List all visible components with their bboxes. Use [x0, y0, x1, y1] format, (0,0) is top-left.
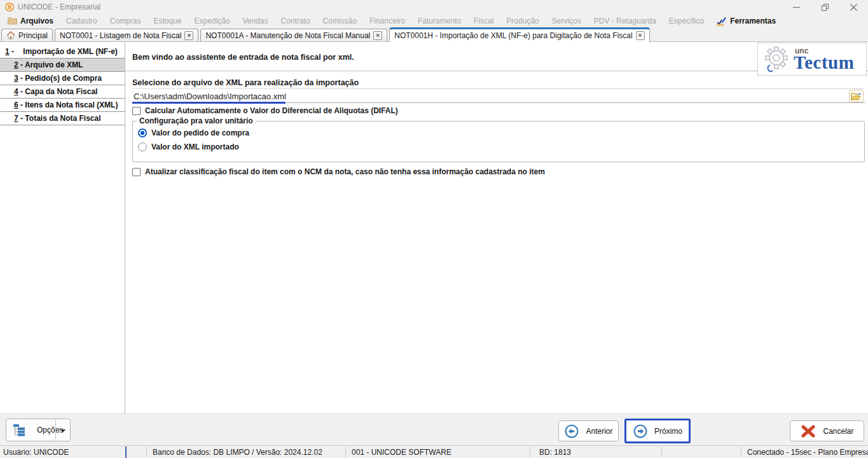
chevron-down-icon[interactable] [60, 429, 65, 433]
radio-row-purchase-order[interactable]: Valor do pedido de compra [138, 128, 249, 137]
status-database: Banco de Dados: DB LIMPO / Versão: 2024.… [153, 448, 340, 457]
tab-label: NOT0001A - Manutenção de Nota Fiscal Man… [205, 31, 370, 40]
arrow-right-circle-icon [633, 424, 648, 439]
radio-row-imported-xml[interactable]: Valor do XML importado [138, 142, 239, 151]
next-label: Próximo [654, 427, 682, 436]
ncm-checkbox-row[interactable]: Atualizar classificação fiscal do item c… [132, 167, 545, 176]
tab-close-icon[interactable]: ✕ [636, 31, 645, 40]
status-divider [345, 447, 346, 458]
gear-icon [762, 45, 791, 74]
wizard-step-1[interactable]: 1 - Importação de XML (NF-e) [0, 45, 125, 59]
status-divider [146, 447, 147, 458]
options-label: Opções [37, 426, 63, 434]
menu-label: Compras [110, 17, 141, 25]
menu-label: Cadastro [66, 17, 97, 25]
radio-imported-xml[interactable] [138, 142, 147, 151]
menu-label: Contrato [281, 17, 310, 25]
menu-contrato[interactable]: Contrato [275, 14, 317, 28]
menu-label: Estoque [153, 17, 181, 25]
status-connection: Conectado - 15sec - Plano Empresa [747, 448, 868, 457]
menu-comissao[interactable]: Comissão [317, 14, 363, 28]
menu-label: Específico [669, 17, 704, 25]
wizard-step-4[interactable]: 4 - Capa da Nota Fiscal [0, 85, 125, 99]
minimize-button[interactable] [782, 0, 811, 14]
wizard-step-6[interactable]: 6 - Itens da Nota fiscal (XML) [0, 99, 125, 112]
menu-estoque[interactable]: Estoque [147, 14, 188, 28]
menu-fiscal[interactable]: Fiscal [467, 14, 500, 28]
menu-label: Comissão [323, 17, 357, 25]
ncm-checkbox[interactable] [132, 168, 141, 176]
menu-compras[interactable]: Compras [104, 14, 148, 28]
step-label: Totais da Nota Fiscal [25, 114, 100, 123]
radio-label: Valor do XML importado [151, 142, 239, 151]
status-divider [661, 447, 662, 458]
step-label: Itens da Nota fiscal (XML) [25, 101, 118, 109]
menu-especifico[interactable]: Específico [663, 14, 710, 28]
wizard-step-2[interactable]: 2 - Arquivo de XML [0, 59, 125, 72]
difal-checkbox-row[interactable]: Calcular Automaticamente o Valor do Dife… [132, 106, 398, 115]
menu-label: Fiscal [474, 17, 493, 25]
wizard-step-7[interactable]: 7 - Totais da Nota Fiscal [0, 112, 125, 125]
menu-pdv-retaguarda[interactable]: PDV - Retaguarda [588, 14, 663, 28]
close-button[interactable] [839, 0, 868, 14]
previous-button[interactable]: Anterior [558, 420, 619, 441]
status-company: 001 - UNICODE SOFTWARE [352, 448, 523, 457]
window-title: UNICODE - Empresarial [18, 3, 100, 11]
wizard-step-3[interactable]: 3 - Pedido(s) de Compra [0, 72, 125, 85]
statusbar: Usuário: UNICODE Banco de Dados: DB LIMP… [0, 445, 868, 458]
browse-file-button[interactable] [849, 90, 864, 102]
xml-file-input[interactable]: C:\Users\adm\Downloads\Importacao.xml [132, 88, 865, 103]
folder-open-icon [851, 92, 862, 101]
tab-not0001[interactable]: NOT0001 - Listagem de Nota Fiscal ✕ [55, 29, 198, 41]
menu-cadastro[interactable]: Cadastro [60, 14, 104, 28]
arrow-left-circle-icon [564, 424, 579, 439]
options-split [55, 419, 56, 441]
cancel-label: Cancelar [823, 427, 853, 436]
unit-value-groupbox: Configuração pra valor unitário Valor do… [132, 121, 865, 162]
menu-vendas[interactable]: Vendas [237, 14, 275, 28]
cancel-button[interactable]: Cancelar [790, 420, 864, 441]
options-button[interactable]: Opções [6, 419, 71, 441]
menu-arquivos[interactable]: Arquivos [1, 14, 60, 28]
tab-label: NOT0001H - Importação de XML (NF-e) para… [394, 31, 632, 40]
header-divider [126, 71, 868, 71]
app-icon [5, 3, 14, 11]
status-bd: BD: 1813 [539, 448, 654, 457]
home-icon [6, 31, 15, 39]
menu-expedicao[interactable]: Expedição [188, 14, 236, 28]
menu-label: Serviços [552, 17, 581, 25]
tab-close-icon[interactable]: ✕ [373, 31, 382, 40]
status-divider [125, 447, 127, 458]
unit-value-legend: Configuração pra valor unitário [137, 116, 256, 125]
wizard-steps-sidebar: 1 - Importação de XML (NF-e) 2 - Arquivo… [0, 42, 125, 413]
menu-producao[interactable]: Produção [500, 14, 545, 28]
menu-financeiro[interactable]: Financeiro [363, 14, 411, 28]
status-divider [741, 447, 741, 458]
tabbar: Principal NOT0001 - Listagem de Nota Fis… [0, 28, 868, 42]
difal-checkbox-label: Calcular Automaticamente o Valor do Dife… [145, 106, 398, 115]
menubar: Arquivos Cadastro Compras Estoque Expedi… [0, 14, 868, 28]
difal-checkbox[interactable] [132, 107, 141, 115]
restore-button[interactable] [811, 0, 839, 14]
step-label: Pedido(s) de Compra [25, 74, 102, 83]
tab-not0001a[interactable]: NOT0001A - Manutenção de Nota Fiscal Man… [200, 29, 387, 41]
wizard-content: Bem vindo ao assistente de entrada de no… [126, 42, 868, 413]
tab-label: Principal [18, 31, 48, 40]
menu-label: Expedição [194, 17, 230, 25]
step-label: Capa da Nota Fiscal [25, 87, 97, 96]
next-button[interactable]: Próximo [624, 419, 691, 443]
menu-label: PDV - Retaguarda [594, 17, 656, 25]
file-path-underline [132, 102, 286, 104]
previous-label: Anterior [586, 427, 612, 436]
menu-ferramentas[interactable]: Ferramentas [710, 14, 782, 28]
logo-brand: Tectum [794, 53, 854, 72]
menu-faturamento[interactable]: Faturamento [411, 14, 467, 28]
xml-file-path[interactable]: C:\Users\adm\Downloads\Importacao.xml [134, 92, 286, 101]
radio-purchase-order[interactable] [138, 128, 147, 137]
menu-servicos[interactable]: Serviços [546, 14, 588, 28]
tab-close-icon[interactable]: ✕ [184, 31, 193, 40]
tools-icon [717, 17, 727, 26]
tab-not0001h-active[interactable]: NOT0001H - Importação de XML (NF-e) para… [389, 27, 649, 42]
status-divider [530, 447, 530, 458]
tab-principal[interactable]: Principal [1, 29, 53, 41]
